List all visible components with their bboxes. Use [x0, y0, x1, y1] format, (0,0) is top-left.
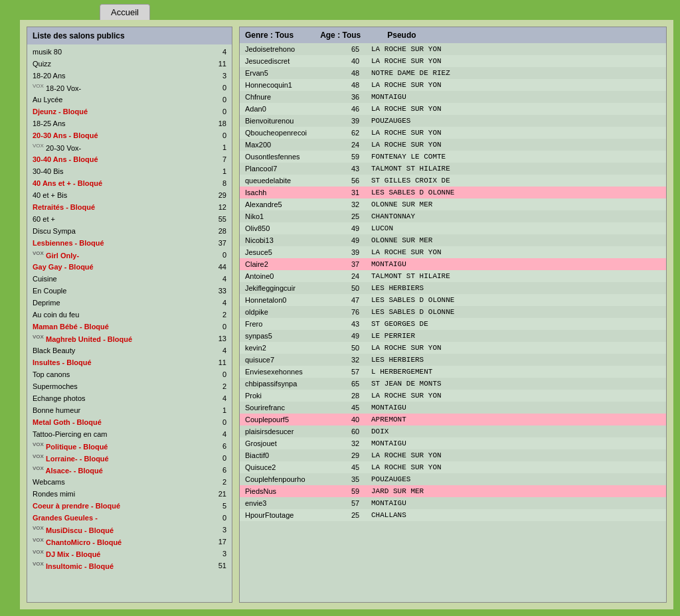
user-row[interactable]: Max20024LA ROCHE SUR YON	[240, 139, 666, 151]
user-row[interactable]: Chfnure36MONTAIGU	[240, 91, 666, 103]
user-row[interactable]: plaisirsdesucer60DOIX	[240, 425, 666, 437]
salon-item[interactable]: Au coin du feu2	[27, 309, 232, 321]
salon-panel: Liste des salons publics musik 804Quizz1…	[27, 27, 232, 603]
salon-item-name: Top canons	[33, 370, 210, 378]
user-age: 56	[351, 177, 371, 185]
salon-item[interactable]: VOX 18-20 Vox-0	[27, 82, 232, 94]
salon-item[interactable]: Insultes - Bloqué11	[27, 356, 232, 368]
user-row[interactable]: Jekifleggingcuir50LES HERBIERS	[240, 282, 666, 294]
salon-item[interactable]: 30-40 Bis1	[27, 165, 232, 177]
salon-item[interactable]: Quizz11	[27, 58, 232, 70]
salon-item[interactable]: Echange photos4	[27, 392, 232, 404]
salon-item-count: 4	[210, 430, 226, 438]
user-row[interactable]: Niko125CHANTONNAY	[240, 210, 666, 222]
salon-item[interactable]: musik 804	[27, 46, 232, 58]
salon-item[interactable]: Au Lycée0	[27, 94, 232, 106]
user-age: 49	[351, 224, 371, 232]
salon-item[interactable]: VOX Girl Only-0	[27, 249, 232, 261]
user-row[interactable]: kevin250LA ROCHE SUR YON	[240, 342, 666, 354]
salon-item[interactable]: 18-20 Ans3	[27, 70, 232, 82]
user-row[interactable]: Adan046LA ROCHE SUR YON	[240, 103, 666, 115]
user-age: 31	[351, 189, 371, 196]
salon-item[interactable]: Black Beauty4	[27, 345, 232, 356]
salon-item[interactable]: 18-25 Ans18	[27, 117, 232, 129]
salon-item[interactable]: Discu Sympa28	[27, 225, 232, 237]
salon-item[interactable]: Bonne humeur1	[27, 404, 232, 416]
user-row[interactable]: Honnetalon047LES SABLES D OLONNE	[240, 294, 666, 306]
salon-item[interactable]: Djeunz - Bloqué0	[27, 106, 232, 117]
salon-item-count: 0	[210, 96, 226, 104]
user-list[interactable]: Jedoisetrehono65LA ROCHE SUR YONJesucedi…	[240, 43, 666, 602]
salon-item[interactable]: 20-30 Ans - Bloqué0	[27, 129, 232, 141]
salon-item[interactable]: 60 et +55	[27, 213, 232, 225]
user-row[interactable]: PiedsNus59JARD SUR MER	[240, 485, 666, 497]
user-row[interactable]: Bienvoiturenou39POUZAUGES	[240, 115, 666, 127]
user-row[interactable]: Alexandre532OLONNE SUR MER	[240, 198, 666, 210]
user-city: LA ROCHE SUR YON	[371, 344, 661, 352]
age-filter-label[interactable]: Age : Tous	[320, 31, 361, 40]
user-row[interactable]: Couplehfenpourho35POUZAUGES	[240, 473, 666, 485]
user-row[interactable]: Jesucediscret40LA ROCHE SUR YON	[240, 55, 666, 67]
salon-item[interactable]: Tattoo-Piercing en cam4	[27, 428, 232, 440]
salon-item[interactable]: Cuisine4	[27, 273, 232, 285]
salon-item[interactable]: 30-40 Ans - Bloqué7	[27, 153, 232, 165]
salon-item[interactable]: VOX DJ Mix - Bloqué3	[27, 548, 232, 560]
salon-item[interactable]: Supermoches2	[27, 380, 232, 392]
tab-accueil[interactable]: Accueil	[100, 4, 150, 20]
salon-item[interactable]: VOX Insultomic - Bloqué51	[27, 560, 232, 572]
user-row[interactable]: envie357MONTAIGU	[240, 497, 666, 509]
salon-item[interactable]: VOX 20-30 Vox-1	[27, 141, 232, 153]
salon-item[interactable]: 40 Ans et + - Bloqué8	[27, 177, 232, 189]
salon-item[interactable]: Grandes Gueules -0	[27, 512, 232, 524]
user-row[interactable]: Couplepourf540APREMONT	[240, 414, 666, 425]
user-row[interactable]: queuedelabite56ST GILLES CROIX DE	[240, 175, 666, 187]
user-row[interactable]: Plancool743TALMONT ST HILAIRE	[240, 163, 666, 175]
salon-item[interactable]: Retraités - Bloqué12	[27, 201, 232, 213]
user-row[interactable]: Antoine024TALMONT ST HILAIRE	[240, 270, 666, 282]
user-age: 46	[351, 105, 371, 113]
salon-item[interactable]: VOX Politique - Bloqué6	[27, 440, 232, 452]
salon-item[interactable]: Webcams2	[27, 476, 232, 488]
salon-item[interactable]: Metal Goth - Bloqué0	[27, 416, 232, 428]
user-row[interactable]: quisuce732LES HERBIERS	[240, 354, 666, 366]
user-row[interactable]: Qboucheopenrecoi62LA ROCHE SUR YON	[240, 127, 666, 139]
salon-item[interactable]: VOX MusiDiscu - Bloqué3	[27, 524, 232, 536]
genre-filter-label[interactable]: Genre : Tous	[245, 31, 294, 40]
salon-item[interactable]: Maman Bébé - Bloqué0	[27, 321, 232, 333]
salon-item[interactable]: VOX Maghreb United - Bloqué13	[27, 333, 232, 345]
salon-item[interactable]: VOX Lorraine- - Bloqué0	[27, 452, 232, 464]
salon-item[interactable]: Gay Gay - Bloqué44	[27, 261, 232, 273]
user-row[interactable]: Ervan548NOTRE DAME DE RIEZ	[240, 67, 666, 79]
salon-item[interactable]: VOX ChantoMicro - Bloqué17	[27, 536, 232, 548]
salon-item[interactable]: Rondes mimi21	[27, 488, 232, 500]
user-pseudo: Honnecoquin1	[245, 81, 351, 89]
user-row[interactable]: Oliv85049LUCON	[240, 222, 666, 234]
user-row[interactable]: Nicobi1349OLONNE SUR MER	[240, 234, 666, 246]
user-row[interactable]: Proki28LA ROCHE SUR YON	[240, 390, 666, 402]
user-row[interactable]: Quisuce245LA ROCHE SUR YON	[240, 461, 666, 473]
user-row[interactable]: Claire237MONTAIGU	[240, 258, 666, 270]
salon-item[interactable]: En Couple33	[27, 285, 232, 297]
user-row[interactable]: Isachh31LES SABLES D OLONNE	[240, 187, 666, 198]
user-row[interactable]: Ousontlesfennes59FONTENAY LE COMTE	[240, 151, 666, 163]
user-row[interactable]: Honnecoquin148LA ROCHE SUR YON	[240, 79, 666, 91]
user-row[interactable]: Enviesexehonnes57L HERBERGEMENT	[240, 366, 666, 378]
salon-list[interactable]: musik 804Quizz1118-20 Ans3VOX 18-20 Vox-…	[27, 44, 232, 602]
user-row[interactable]: Frero43ST GEORGES DE	[240, 318, 666, 330]
salon-item[interactable]: VOX Alsace- - Bloqué6	[27, 464, 232, 476]
user-row[interactable]: synpas549LE PERRIER	[240, 330, 666, 342]
salon-item-name: VOX ChantoMicro - Bloqué	[33, 537, 210, 546]
user-row[interactable]: Jesuce539LA ROCHE SUR YON	[240, 246, 666, 258]
salon-item[interactable]: Coeur à prendre - Bloqué5	[27, 500, 232, 512]
salon-item[interactable]: 40 et + Bis29	[27, 189, 232, 201]
user-row[interactable]: HpourFtoutage25CHALLANS	[240, 509, 666, 521]
salon-item[interactable]: Top canons0	[27, 368, 232, 380]
salon-item[interactable]: Lesbiennes - Bloqué37	[27, 237, 232, 249]
user-row[interactable]: Sourirefranc45MONTAIGU	[240, 402, 666, 414]
user-row[interactable]: chbipassifsynpa65ST JEAN DE MONTS	[240, 378, 666, 390]
user-row[interactable]: oldpike76LES SABLES D OLONNE	[240, 306, 666, 318]
salon-item[interactable]: Deprime4	[27, 297, 232, 309]
user-row[interactable]: Grosjouet32MONTAIGU	[240, 437, 666, 449]
user-row[interactable]: Biactif029LA ROCHE SUR YON	[240, 449, 666, 461]
user-row[interactable]: Jedoisetrehono65LA ROCHE SUR YON	[240, 43, 666, 55]
